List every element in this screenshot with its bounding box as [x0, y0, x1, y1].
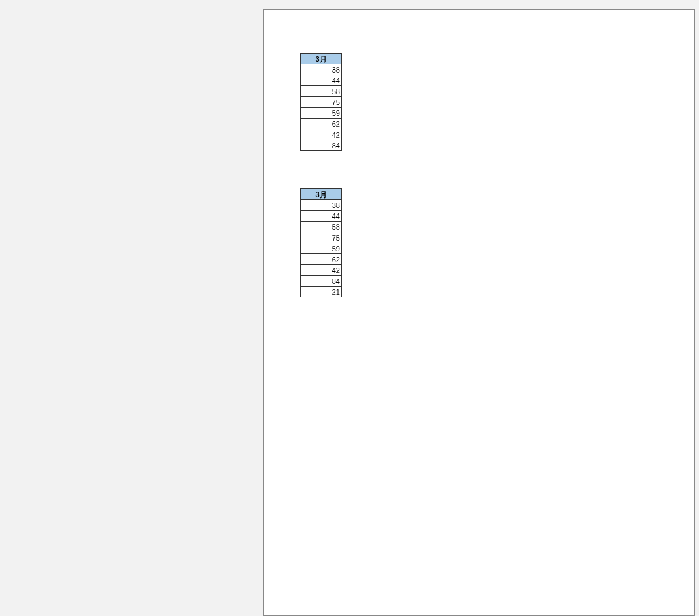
table-cell: 21 [301, 287, 342, 297]
table-cell: 62 [301, 254, 342, 265]
table-2: 3月 38 44 58 75 59 62 42 84 21 [300, 188, 342, 297]
table-cell: 59 [301, 243, 342, 254]
table-header: 3月 [301, 189, 342, 200]
table-cell: 84 [301, 140, 342, 151]
table-cell: 75 [301, 232, 342, 243]
table-cell: 44 [301, 211, 342, 222]
data-table-2: 3月 38 44 58 75 59 62 42 84 21 [300, 188, 342, 297]
data-table-1: 3月 38 44 58 75 59 62 42 84 [300, 53, 342, 151]
table-cell: 42 [301, 265, 342, 276]
table-header: 3月 [301, 54, 342, 64]
table-cell: 38 [301, 64, 342, 75]
table-cell: 59 [301, 108, 342, 119]
table-cell: 58 [301, 222, 342, 232]
table-cell: 75 [301, 97, 342, 108]
table-cell: 84 [301, 276, 342, 287]
table-cell: 58 [301, 86, 342, 97]
document-page: 3月 38 44 58 75 59 62 42 84 3月 38 [263, 9, 695, 616]
table-cell: 44 [301, 75, 342, 86]
table-1: 3月 38 44 58 75 59 62 42 84 [300, 53, 342, 151]
table-cell: 38 [301, 200, 342, 211]
table-cell: 42 [301, 129, 342, 140]
table-cell: 62 [301, 119, 342, 129]
